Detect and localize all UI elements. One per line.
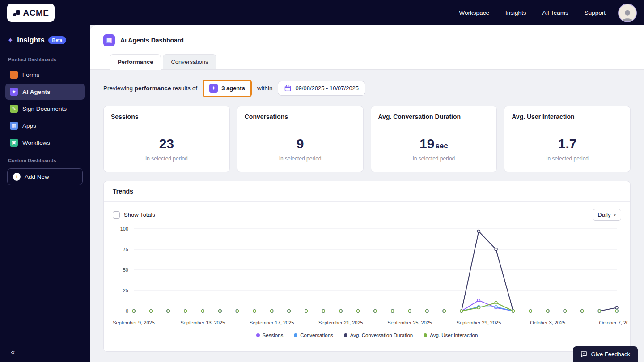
legend-dot bbox=[424, 333, 427, 337]
section-product-dashboards: Product Dashboards bbox=[8, 57, 83, 62]
stat-value: 9 bbox=[297, 136, 304, 151]
collapse-sidebar-icon[interactable]: « bbox=[11, 348, 15, 357]
svg-text:25: 25 bbox=[123, 288, 128, 293]
sparkle-icon: ✦ bbox=[209, 84, 218, 93]
stat-value: 23 bbox=[159, 136, 174, 151]
topbar: ACME Workspace Insights All Teams Suppor… bbox=[0, 0, 644, 25]
svg-text:October 3, 2025: October 3, 2025 bbox=[530, 320, 565, 325]
tab-performance[interactable]: Performance bbox=[110, 54, 161, 70]
nav-insights[interactable]: Insights bbox=[505, 9, 526, 16]
sign-documents-icon: ✎ bbox=[10, 105, 18, 113]
plus-icon: + bbox=[13, 173, 21, 181]
chart-legend: SessionsConversationsAvg. Conversation D… bbox=[104, 333, 630, 338]
stat-value: 19 bbox=[419, 136, 434, 151]
tab-conversations[interactable]: Conversations bbox=[163, 54, 216, 69]
agents-selector-button[interactable]: ✦ 3 agents bbox=[204, 81, 250, 96]
sidebar-header: ✦ Insights Beta bbox=[7, 36, 83, 44]
stat-title: Sessions bbox=[104, 106, 229, 127]
trends-line-chart: 0255075100September 9, 2025September 13,… bbox=[109, 223, 628, 334]
stat-value: 1.7 bbox=[558, 136, 577, 151]
legend-item: Avg. User Interaction bbox=[424, 333, 478, 338]
svg-text:September 29, 2025: September 29, 2025 bbox=[457, 320, 501, 325]
stat-card-conversations: Conversations 9 In selected period bbox=[237, 106, 364, 172]
insights-icon: ✦ bbox=[7, 37, 13, 44]
nav-all-teams[interactable]: All Teams bbox=[542, 9, 568, 16]
show-totals-checkbox[interactable] bbox=[113, 211, 120, 219]
stat-caption: In selected period bbox=[504, 156, 630, 162]
feedback-bubble-icon bbox=[580, 351, 587, 358]
stat-card-avg-conversation-duration: Avg. Conversation Duration 19sec In sele… bbox=[371, 106, 497, 172]
interval-select[interactable]: Daily ▾ bbox=[593, 209, 621, 221]
nav-support[interactable]: Support bbox=[585, 9, 606, 16]
show-totals-label: Show Totals bbox=[124, 211, 155, 218]
section-custom-dashboards: Custom Dashboards bbox=[8, 158, 83, 163]
workflows-icon: ▣ bbox=[10, 139, 18, 147]
trends-card: Trends Show Totals Daily ▾ 0255075100Sep… bbox=[103, 181, 631, 352]
legend-dot bbox=[294, 333, 297, 337]
sidebar-item-label: AI Agents bbox=[22, 88, 51, 95]
stat-card-avg-user-interaction: Avg. User Interaction 1.7 In selected pe… bbox=[504, 106, 631, 172]
forms-icon: ≡ bbox=[10, 71, 18, 79]
main-header: ▦ Ai Agents Dashboard Performance Conver… bbox=[90, 25, 644, 70]
stats-row: Sessions 23 In selected period Conversat… bbox=[103, 106, 631, 172]
svg-text:50: 50 bbox=[123, 267, 128, 273]
show-totals-control: Show Totals bbox=[113, 211, 155, 219]
stat-card-sessions: Sessions 23 In selected period bbox=[103, 106, 230, 172]
acme-logo-icon bbox=[13, 9, 21, 17]
give-feedback-button[interactable]: Give Feedback bbox=[573, 346, 638, 362]
sidebar-item-workflows[interactable]: ▣ Workflows bbox=[5, 135, 85, 151]
preview-row: Previewing performance results of ✦ 3 ag… bbox=[103, 80, 631, 97]
add-new-button[interactable]: + Add New bbox=[7, 168, 83, 185]
stat-caption: In selected period bbox=[371, 156, 497, 162]
svg-text:September 25, 2025: September 25, 2025 bbox=[387, 320, 432, 325]
sidebar-item-sign-documents[interactable]: ✎ Sign Documents bbox=[5, 101, 85, 117]
dashboard-icon: ▦ bbox=[103, 34, 115, 46]
within-label: within bbox=[257, 85, 273, 92]
legend-item: Avg. Conversation Duration bbox=[344, 333, 413, 338]
sidebar: ✦ Insights Beta Product Dashboards ≡ For… bbox=[0, 25, 90, 362]
acme-logo[interactable]: ACME bbox=[7, 4, 55, 22]
trends-title: Trends bbox=[104, 181, 630, 202]
top-nav: Workspace Insights All Teams Support bbox=[459, 9, 606, 16]
legend-dot bbox=[344, 333, 347, 337]
chevron-down-icon: ▾ bbox=[614, 213, 616, 217]
preview-text: Previewing performance results of bbox=[103, 85, 197, 92]
dashboard-content: Previewing performance results of ✦ 3 ag… bbox=[90, 70, 644, 362]
main-panel: ▦ Ai Agents Dashboard Performance Conver… bbox=[90, 25, 644, 362]
user-avatar[interactable] bbox=[618, 4, 637, 22]
agents-highlight-box: ✦ 3 agents bbox=[203, 80, 252, 97]
agents-count-label: 3 agents bbox=[221, 85, 245, 92]
calendar-icon bbox=[284, 85, 291, 92]
tab-bar: Performance Conversations bbox=[90, 54, 644, 70]
feedback-label: Give Feedback bbox=[591, 351, 630, 358]
svg-text:October 7, 2025: October 7, 2025 bbox=[599, 320, 628, 325]
svg-text:100: 100 bbox=[120, 226, 128, 232]
svg-text:September 9, 2025: September 9, 2025 bbox=[113, 320, 155, 325]
add-new-label: Add New bbox=[25, 173, 49, 180]
sidebar-item-forms[interactable]: ≡ Forms bbox=[5, 67, 85, 83]
legend-item: Sessions bbox=[256, 333, 284, 338]
stat-caption: In selected period bbox=[237, 156, 363, 162]
sidebar-item-label: Workflows bbox=[22, 139, 50, 146]
date-range-label: 09/08/2025 - 10/07/2025 bbox=[295, 85, 359, 92]
stat-title: Avg. Conversation Duration bbox=[371, 106, 497, 127]
sidebar-title: Insights bbox=[17, 36, 44, 44]
svg-text:September 13, 2025: September 13, 2025 bbox=[180, 320, 225, 325]
beta-badge: Beta bbox=[48, 36, 67, 44]
sidebar-item-ai-agents[interactable]: ✦ AI Agents bbox=[5, 84, 85, 100]
svg-text:September 17, 2025: September 17, 2025 bbox=[250, 320, 294, 325]
stat-title: Conversations bbox=[237, 106, 363, 127]
svg-text:0: 0 bbox=[126, 308, 128, 314]
stat-unit: sec bbox=[435, 142, 448, 150]
date-range-picker[interactable]: 09/08/2025 - 10/07/2025 bbox=[278, 81, 365, 96]
nav-workspace[interactable]: Workspace bbox=[459, 9, 489, 16]
person-icon bbox=[620, 8, 635, 21]
interval-value: Daily bbox=[598, 211, 611, 218]
svg-text:75: 75 bbox=[123, 247, 128, 252]
sidebar-item-apps[interactable]: ▦ Apps bbox=[5, 118, 85, 134]
sidebar-item-label: Forms bbox=[22, 72, 39, 78]
sidebar-item-label: Apps bbox=[22, 122, 36, 129]
apps-icon: ▦ bbox=[10, 122, 18, 130]
ai-agents-icon: ✦ bbox=[10, 88, 18, 96]
stat-caption: In selected period bbox=[104, 156, 229, 162]
